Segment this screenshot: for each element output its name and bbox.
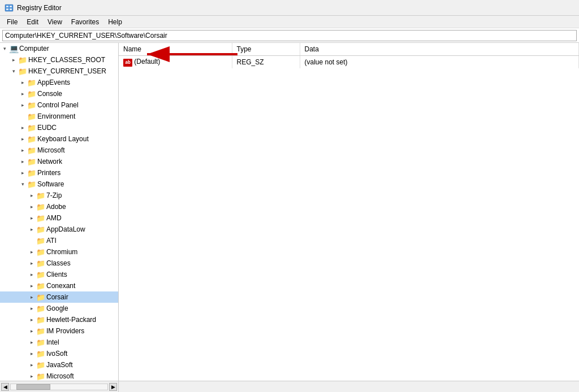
tree-item-network[interactable]: ▸📁Network bbox=[0, 156, 118, 167]
scroll-thumb[interactable] bbox=[16, 384, 50, 390]
folder-icon-hkey_current_user: 📁 bbox=[18, 67, 27, 76]
folder-icon-hewlett_packard: 📁 bbox=[36, 315, 45, 324]
toggle-amd[interactable]: ▸ bbox=[27, 212, 36, 224]
tree-item-microsoft[interactable]: ▸📁Microsoft bbox=[0, 145, 118, 156]
toggle-google[interactable]: ▸ bbox=[27, 303, 36, 314]
tree-item-ati[interactable]: 📁ATI bbox=[0, 235, 118, 246]
scroll-track[interactable] bbox=[10, 384, 108, 390]
toggle-control_panel[interactable]: ▸ bbox=[18, 99, 27, 111]
tree-item-javasoft[interactable]: ▸📁JavaSoft bbox=[0, 359, 118, 371]
folder-icon-keyboard_layout: 📁 bbox=[27, 134, 36, 143]
app-title: Registry Editor bbox=[17, 4, 62, 12]
tree-item-adobe[interactable]: ▸📁Adobe bbox=[0, 201, 118, 212]
tree-item-printers[interactable]: ▸📁Printers bbox=[0, 167, 118, 178]
menu-edit[interactable]: Edit bbox=[22, 17, 43, 27]
tree-item-keyboard_layout[interactable]: ▸📁Keyboard Layout bbox=[0, 133, 118, 145]
menu-view[interactable]: View bbox=[43, 17, 67, 27]
menu-help[interactable]: Help bbox=[103, 17, 127, 27]
scroll-right-btn[interactable]: ▶ bbox=[109, 383, 117, 391]
tree-label-clients: Clients bbox=[46, 271, 67, 278]
toggle-clients[interactable]: ▸ bbox=[27, 269, 36, 280]
tree-label-appdatalow: AppDataLow bbox=[46, 225, 85, 233]
toggle-eudc[interactable]: ▸ bbox=[18, 122, 27, 133]
toggle-im_providers[interactable]: ▸ bbox=[27, 325, 36, 337]
tree-item-software[interactable]: ▾📁Software bbox=[0, 178, 118, 190]
toggle-conexant[interactable]: ▸ bbox=[27, 280, 36, 291]
cell-data: (value not set) bbox=[300, 56, 579, 68]
registry-icon bbox=[5, 3, 14, 12]
tree-panel[interactable]: ▾💻Computer▸📁HKEY_CLASSES_ROOT▾📁HKEY_CURR… bbox=[0, 43, 119, 381]
tree-item-google[interactable]: ▸📁Google bbox=[0, 303, 118, 314]
tree-item-eudc[interactable]: ▸📁EUDC bbox=[0, 122, 118, 133]
toggle-environment[interactable] bbox=[18, 111, 27, 122]
tree-item-hewlett_packard[interactable]: ▸📁Hewlett-Packard bbox=[0, 314, 118, 325]
tree-item-chromium[interactable]: ▸📁Chromium bbox=[0, 246, 118, 258]
toggle-network[interactable]: ▸ bbox=[18, 156, 27, 167]
tree-item-corsair[interactable]: ▸📁Corsair bbox=[0, 291, 118, 303]
table-row[interactable]: ab (Default)REG_SZ(value not set) bbox=[119, 56, 579, 68]
toggle-7zip[interactable]: ▸ bbox=[27, 190, 36, 201]
toggle-chromium[interactable]: ▸ bbox=[27, 246, 36, 258]
tree-label-classes: Classes bbox=[46, 259, 71, 267]
col-type: Type bbox=[232, 43, 300, 56]
folder-icon-appdatalow: 📁 bbox=[36, 225, 45, 234]
tree-item-hkey_current_user[interactable]: ▾📁HKEY_CURRENT_USER bbox=[0, 66, 118, 77]
tree-label-hewlett_packard: Hewlett-Packard bbox=[46, 316, 96, 324]
toggle-microsoft2[interactable]: ▸ bbox=[27, 371, 36, 381]
menu-bar: File Edit View Favorites Help bbox=[0, 16, 579, 28]
tree-item-amd[interactable]: ▸📁AMD bbox=[0, 212, 118, 224]
tree-label-control_panel: Control Panel bbox=[37, 101, 79, 109]
toggle-software[interactable]: ▾ bbox=[18, 178, 27, 190]
toggle-javasoft[interactable]: ▸ bbox=[27, 359, 36, 371]
toggle-intel[interactable]: ▸ bbox=[27, 337, 36, 348]
tree-item-computer[interactable]: ▾💻Computer bbox=[0, 43, 118, 54]
toggle-appevents[interactable]: ▸ bbox=[18, 77, 27, 88]
tree-item-im_providers[interactable]: ▸📁IM Providers bbox=[0, 325, 118, 337]
tree-item-appdatalow[interactable]: ▸📁AppDataLow bbox=[0, 224, 118, 235]
folder-icon-adobe: 📁 bbox=[36, 202, 45, 211]
toggle-classes[interactable]: ▸ bbox=[27, 258, 36, 269]
toggle-microsoft[interactable]: ▸ bbox=[18, 145, 27, 156]
toggle-hkey_current_user[interactable]: ▾ bbox=[9, 66, 18, 77]
toggle-console[interactable]: ▸ bbox=[18, 88, 27, 99]
tree-item-intel[interactable]: ▸📁Intel bbox=[0, 337, 118, 348]
folder-icon-network: 📁 bbox=[27, 157, 36, 166]
toggle-hkey_classes_root[interactable]: ▸ bbox=[9, 54, 18, 66]
menu-favorites[interactable]: Favorites bbox=[67, 17, 103, 27]
cell-name: ab (Default) bbox=[119, 56, 232, 68]
toggle-appdatalow[interactable]: ▸ bbox=[27, 224, 36, 235]
tree-label-hkey_current_user: HKEY_CURRENT_USER bbox=[28, 67, 106, 75]
address-input[interactable] bbox=[2, 30, 577, 41]
tree-item-conexant[interactable]: ▸📁Conexant bbox=[0, 280, 118, 291]
svg-rect-2 bbox=[10, 6, 12, 7]
scroll-left-btn[interactable]: ◀ bbox=[1, 383, 9, 391]
tree-label-software: Software bbox=[37, 180, 64, 188]
toggle-computer[interactable]: ▾ bbox=[0, 43, 9, 54]
cell-type: REG_SZ bbox=[232, 56, 300, 68]
tree-label-ati: ATI bbox=[46, 237, 57, 245]
tree-item-microsoft2[interactable]: ▸📁Microsoft bbox=[0, 371, 118, 381]
menu-file[interactable]: File bbox=[2, 17, 22, 27]
tree-item-7zip[interactable]: ▸📁7-Zip bbox=[0, 190, 118, 201]
toggle-hewlett_packard[interactable]: ▸ bbox=[27, 314, 36, 325]
tree-item-environment[interactable]: 📁Environment bbox=[0, 111, 118, 122]
tree-item-control_panel[interactable]: ▸📁Control Panel bbox=[0, 99, 118, 111]
tree-item-console[interactable]: ▸📁Console bbox=[0, 88, 118, 99]
tree-label-adobe: Adobe bbox=[46, 203, 66, 211]
tree-item-clients[interactable]: ▸📁Clients bbox=[0, 269, 118, 280]
toggle-corsair[interactable]: ▸ bbox=[27, 291, 36, 303]
toggle-ati[interactable] bbox=[27, 235, 36, 246]
toggle-keyboard_layout[interactable]: ▸ bbox=[18, 133, 27, 145]
tree-item-ivosoft[interactable]: ▸📁IvoSoft bbox=[0, 348, 118, 359]
tree-item-hkey_classes_root[interactable]: ▸📁HKEY_CLASSES_ROOT bbox=[0, 54, 118, 66]
toggle-adobe[interactable]: ▸ bbox=[27, 201, 36, 212]
folder-icon-eudc: 📁 bbox=[27, 123, 36, 132]
toggle-ivosoft[interactable]: ▸ bbox=[27, 348, 36, 359]
tree-item-appevents[interactable]: ▸📁AppEvents bbox=[0, 77, 118, 88]
folder-icon-ivosoft: 📁 bbox=[36, 349, 45, 358]
tree-label-environment: Environment bbox=[37, 112, 75, 120]
toggle-printers[interactable]: ▸ bbox=[18, 167, 27, 178]
tree-item-classes[interactable]: ▸📁Classes bbox=[0, 258, 118, 269]
tree-horizontal-scroll[interactable]: ◀ ▶ bbox=[0, 381, 119, 392]
folder-icon-console: 📁 bbox=[27, 89, 36, 98]
